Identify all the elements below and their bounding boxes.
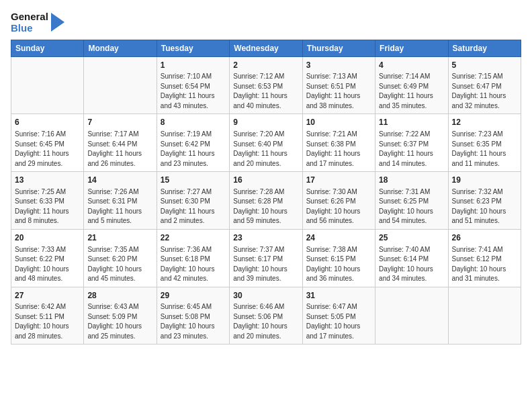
cell-info: Sunrise: 7:17 AM — [87, 130, 152, 140]
calendar-cell: 12Sunrise: 7:23 AMSunset: 6:35 PMDayligh… — [448, 114, 521, 172]
cell-info: Sunrise: 7:15 AM — [452, 72, 517, 82]
logo-arrow-icon — [51, 13, 64, 32]
day-number: 27 — [15, 290, 80, 302]
day-number: 18 — [379, 175, 444, 186]
calendar-cell: 7Sunrise: 7:17 AMSunset: 6:44 PMDaylight… — [84, 114, 157, 172]
cell-info: Sunset: 6:38 PM — [306, 140, 371, 150]
cell-info: Sunset: 6:35 PM — [452, 140, 517, 150]
day-number: 10 — [306, 117, 371, 128]
cell-info: Sunset: 6:17 PM — [233, 255, 298, 265]
calendar-cell: 18Sunrise: 7:31 AMSunset: 6:25 PMDayligh… — [375, 172, 448, 230]
cell-info: Daylight: 10 hours and 34 minutes. — [379, 265, 444, 284]
day-number: 14 — [87, 175, 152, 186]
cell-info: Sunset: 6:42 PM — [161, 140, 226, 150]
day-number: 13 — [15, 175, 80, 186]
calendar-table: SundayMondayTuesdayWednesdayThursdayFrid… — [11, 40, 521, 345]
cell-info: Sunrise: 7:28 AM — [233, 187, 298, 197]
cell-info: Sunrise: 7:25 AM — [15, 187, 80, 197]
cell-info: Sunset: 6:18 PM — [161, 255, 226, 265]
cell-info: Sunset: 5:08 PM — [161, 312, 226, 322]
cell-info: Sunrise: 7:23 AM — [452, 130, 517, 140]
calendar-cell: 23Sunrise: 7:37 AMSunset: 6:17 PMDayligh… — [230, 229, 302, 287]
cell-info: Sunset: 6:30 PM — [161, 197, 226, 207]
cell-info: Sunrise: 7:21 AM — [306, 130, 371, 140]
cell-info: Sunrise: 6:47 AM — [306, 302, 371, 312]
calendar-cell: 28Sunrise: 6:43 AMSunset: 5:09 PMDayligh… — [84, 287, 157, 345]
cell-info: Daylight: 11 hours and 11 minutes. — [452, 149, 517, 169]
day-number: 11 — [379, 117, 444, 128]
cell-info: Sunrise: 7:31 AM — [379, 187, 444, 197]
day-number: 16 — [233, 175, 298, 186]
calendar-cell — [11, 56, 84, 114]
calendar-cell: 8Sunrise: 7:19 AMSunset: 6:42 PMDaylight… — [157, 114, 229, 172]
cell-info: Daylight: 10 hours and 59 minutes. — [233, 207, 298, 226]
cell-info: Sunset: 6:14 PM — [379, 255, 444, 265]
cell-info: Daylight: 10 hours and 23 minutes. — [161, 322, 226, 341]
cell-info: Sunrise: 7:10 AM — [161, 72, 226, 82]
cell-info: Daylight: 11 hours and 17 minutes. — [306, 149, 371, 169]
cell-info: Sunrise: 7:35 AM — [87, 245, 152, 255]
cell-info: Daylight: 11 hours and 14 minutes. — [379, 149, 444, 169]
cell-info: Daylight: 10 hours and 51 minutes. — [452, 207, 517, 226]
day-number: 15 — [161, 175, 226, 186]
cell-info: Daylight: 11 hours and 20 minutes. — [233, 149, 298, 169]
col-header-sunday: Sunday — [11, 40, 84, 56]
cell-info: Daylight: 10 hours and 48 minutes. — [15, 265, 80, 284]
calendar-cell: 15Sunrise: 7:27 AMSunset: 6:30 PMDayligh… — [157, 172, 229, 230]
day-number: 22 — [161, 232, 226, 244]
cell-info: Daylight: 11 hours and 8 minutes. — [15, 207, 80, 226]
cell-info: Daylight: 10 hours and 39 minutes. — [233, 265, 298, 284]
logo-text-block: General Blue — [11, 11, 48, 34]
cell-info: Daylight: 11 hours and 38 minutes. — [306, 91, 371, 111]
cell-info: Daylight: 11 hours and 32 minutes. — [452, 91, 517, 111]
cell-info: Sunrise: 7:40 AM — [379, 245, 444, 255]
cell-info: Daylight: 11 hours and 43 minutes. — [161, 91, 226, 111]
calendar-cell: 11Sunrise: 7:22 AMSunset: 6:37 PMDayligh… — [375, 114, 448, 172]
page-header: General Blue — [11, 11, 521, 34]
cell-info: Sunrise: 7:12 AM — [233, 72, 298, 82]
cell-info: Daylight: 11 hours and 40 minutes. — [233, 91, 298, 111]
cell-info: Sunset: 5:06 PM — [233, 312, 298, 322]
calendar-cell: 16Sunrise: 7:28 AMSunset: 6:28 PMDayligh… — [230, 172, 302, 230]
day-number: 1 — [161, 60, 226, 71]
day-number: 25 — [379, 232, 444, 244]
calendar-cell: 22Sunrise: 7:36 AMSunset: 6:18 PMDayligh… — [157, 229, 229, 287]
cell-info: Sunrise: 6:42 AM — [15, 302, 80, 312]
day-number: 6 — [15, 117, 80, 128]
cell-info: Sunset: 5:11 PM — [15, 312, 80, 322]
cell-info: Sunrise: 7:41 AM — [452, 245, 517, 255]
day-number: 20 — [15, 232, 80, 244]
cell-info: Daylight: 10 hours and 56 minutes. — [306, 207, 371, 226]
cell-info: Daylight: 10 hours and 20 minutes. — [233, 322, 298, 341]
col-header-monday: Monday — [84, 40, 157, 56]
day-number: 29 — [161, 290, 226, 302]
cell-info: Sunset: 6:44 PM — [87, 140, 152, 150]
day-number: 17 — [306, 175, 371, 186]
day-number: 31 — [306, 290, 371, 302]
calendar-cell — [375, 287, 448, 345]
cell-info: Sunset: 6:47 PM — [452, 82, 517, 92]
calendar-cell: 10Sunrise: 7:21 AMSunset: 6:38 PMDayligh… — [302, 114, 375, 172]
day-number: 28 — [87, 290, 152, 302]
cell-info: Sunrise: 7:37 AM — [233, 245, 298, 255]
day-number: 8 — [161, 117, 226, 128]
cell-info: Daylight: 11 hours and 29 minutes. — [15, 149, 80, 169]
cell-info: Sunrise: 7:36 AM — [161, 245, 226, 255]
cell-info: Sunset: 6:15 PM — [306, 255, 371, 265]
col-header-tuesday: Tuesday — [157, 40, 229, 56]
cell-info: Sunrise: 6:45 AM — [161, 302, 226, 312]
day-number: 4 — [379, 60, 444, 71]
col-header-thursday: Thursday — [302, 40, 375, 56]
cell-info: Sunset: 6:49 PM — [379, 82, 444, 92]
calendar-cell: 3Sunrise: 7:13 AMSunset: 6:51 PMDaylight… — [302, 56, 375, 114]
calendar-cell: 24Sunrise: 7:38 AMSunset: 6:15 PMDayligh… — [302, 229, 375, 287]
calendar-cell: 6Sunrise: 7:16 AMSunset: 6:45 PMDaylight… — [11, 114, 84, 172]
cell-info: Sunset: 6:23 PM — [452, 197, 517, 207]
cell-info: Sunset: 6:22 PM — [15, 255, 80, 265]
day-number: 30 — [233, 290, 298, 302]
cell-info: Sunset: 6:25 PM — [379, 197, 444, 207]
cell-info: Sunrise: 7:13 AM — [306, 72, 371, 82]
cell-info: Sunrise: 6:46 AM — [233, 302, 298, 312]
cell-info: Sunset: 6:26 PM — [306, 197, 371, 207]
cell-info: Sunrise: 7:26 AM — [87, 187, 152, 197]
